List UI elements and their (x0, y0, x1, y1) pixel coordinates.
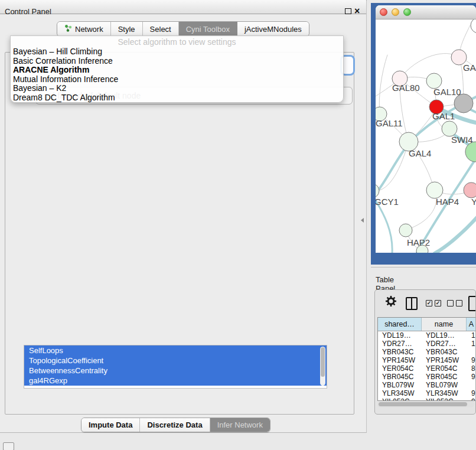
node-label: GAL1 (432, 111, 455, 121)
network-node-partial-top[interactable] (471, 19, 476, 33)
node-label: HAP2 (407, 237, 430, 247)
algorithm-option[interactable]: ARACNE Algorithm (11, 66, 343, 75)
checked-checkbox-icon[interactable]: ✓ (426, 300, 432, 306)
mac-close-icon[interactable] (380, 8, 387, 16)
node-label: GAL (463, 63, 476, 73)
gear-icon[interactable] (385, 295, 397, 309)
attr-items: SelfLoopsTopologicalCoefficientBetweenne… (24, 345, 327, 386)
table-row[interactable]: YLR345WYLR345W9. (378, 389, 476, 397)
close-icon[interactable]: × (354, 5, 360, 17)
table-cell[interactable]: YBL079W (378, 381, 422, 389)
algorithm-option[interactable]: Basic Correlation Inference (11, 57, 343, 66)
scrollbar-thumb[interactable] (379, 402, 467, 406)
table-cell[interactable]: YDR27… (378, 340, 422, 348)
tab-impute-label: Impute Data (89, 420, 132, 429)
table-cell[interactable]: 9. (467, 373, 476, 381)
table-cell[interactable]: YDL19… (378, 331, 422, 340)
table-cell[interactable] (467, 381, 476, 389)
panel-title: Control Panel (5, 7, 51, 16)
network-window-titlebar[interactable] (376, 5, 476, 19)
node-label: GCY1 (376, 197, 399, 207)
table-toolbar: ✓ ✓ (375, 290, 475, 316)
table-horizontal-scrollbar[interactable] (377, 401, 474, 407)
node-label: HAP4 (436, 197, 459, 207)
table-cell[interactable]: YPR145W (378, 356, 422, 364)
tab-discretize-label: Discretize Data (147, 420, 202, 429)
node-table: shared… name A YDL19…YDL19…13YDR27…YDR27… (377, 317, 476, 401)
algorithm-option[interactable]: Dream8 DC_TDC Algorithm (11, 93, 343, 103)
data-attribute-item-selected[interactable]: gal4RGexp (24, 376, 327, 386)
network-node-GCY1[interactable] (376, 184, 379, 198)
data-attribute-item-selected[interactable]: TopologicalCoefficient (24, 356, 327, 366)
tab-jactive-label: jActiveMNodules (244, 25, 302, 34)
mac-zoom-icon[interactable] (403, 8, 411, 16)
table-row[interactable]: YDL19…YDL19…13 (378, 331, 476, 340)
algorithm-option[interactable]: Bayesian – Hill Climbing (11, 47, 343, 57)
tab-style[interactable]: Style (111, 22, 143, 36)
tab-network[interactable]: Network (57, 22, 111, 36)
tab-cyni-toolbox[interactable]: Cyni Toolbox (179, 22, 237, 36)
table-row[interactable]: YBR045CYBR045C9. (378, 373, 476, 381)
column-header-shared[interactable]: shared… (378, 318, 422, 331)
tab-style-label: Style (118, 25, 135, 34)
tab-discretize-data[interactable]: Discretize Data (140, 418, 210, 432)
table-cell[interactable]: 9. (467, 356, 476, 364)
table-row[interactable]: YBR043CYBR043C (378, 348, 476, 356)
table-cell[interactable]: YER054C (422, 364, 467, 373)
table-cell[interactable]: YBR045C (378, 373, 422, 381)
table-cell[interactable]: YLR345W (422, 389, 467, 397)
network-node-HAP2[interactable] (399, 224, 412, 237)
unchecked-checkbox-icon[interactable] (447, 300, 454, 306)
network-window: GALGAL80GAL10GAL1GAL11SWI4GAL4GCY1HAP4YH… (376, 5, 476, 253)
table-cell[interactable]: YLR345W (378, 389, 422, 397)
data-attribute-item-selected[interactable]: BetweennessCentrality (24, 366, 327, 376)
float-window-icon[interactable] (345, 8, 351, 14)
table-cell[interactable]: YBL079W (422, 381, 467, 389)
table-cell[interactable]: YDR27… (422, 340, 467, 348)
table-row[interactable]: YBL079WYBL079W (378, 381, 476, 389)
list-scrollbar[interactable] (320, 347, 325, 386)
network-canvas[interactable]: GALGAL80GAL10GAL1GAL11SWI4GAL4GCY1HAP4YH… (376, 19, 476, 253)
table-cell[interactable]: YBR045C (422, 373, 467, 381)
table-cell[interactable]: 9. (467, 389, 476, 397)
table-row[interactable]: YDR27…YDR27…12 (378, 340, 476, 348)
document-icon[interactable] (468, 296, 476, 311)
network-node-HAP4[interactable] (426, 182, 443, 198)
table-cell[interactable]: 12 (467, 340, 476, 348)
network-edge (379, 55, 387, 114)
tab-infer-network[interactable]: Infer Network (210, 418, 270, 432)
table-cell[interactable]: YBR043C (422, 348, 467, 356)
tab-infer-label: Infer Network (217, 420, 263, 429)
table-cell[interactable] (467, 348, 476, 356)
network-edge (435, 214, 476, 253)
table-cell[interactable]: 13 (467, 331, 476, 340)
tab-select[interactable]: Select (143, 22, 179, 36)
data-attribute-item-selected[interactable]: SelfLoops (24, 345, 327, 356)
table-cell[interactable]: YDL19… (422, 331, 467, 340)
table-cell[interactable]: 8. (467, 364, 476, 373)
node-label: GAL4 (409, 148, 431, 158)
table-body: YDL19…YDL19…13YDR27…YDR27…12YBR043CYBR04… (378, 331, 476, 401)
column-header-name[interactable]: name (422, 318, 467, 331)
tab-jactivemnodules[interactable]: jActiveMNodules (237, 22, 309, 36)
table-cell[interactable]: YBR043C (378, 348, 422, 356)
table-row[interactable]: YPR145WYPR145W9. (378, 356, 476, 364)
tab-network-label: Network (75, 25, 103, 34)
checked-checkbox-icon[interactable]: ✓ (435, 300, 441, 306)
table-row[interactable]: YER054CYER054C8. (378, 364, 476, 373)
docked-panel-button[interactable] (3, 442, 14, 450)
tab-cyni-label: Cyni Toolbox (186, 25, 230, 34)
algorithm-option[interactable]: Mutual Information Inference (11, 75, 343, 84)
table-cell[interactable]: YPR145W (422, 356, 467, 364)
unchecked-checkbox-icon[interactable] (456, 300, 462, 306)
table-cell[interactable]: YER054C (378, 364, 422, 373)
network-node-pink-right[interactable] (464, 182, 476, 198)
splitter-handle-icon[interactable] (361, 218, 364, 223)
tab-impute-data[interactable]: Impute Data (81, 418, 140, 432)
algorithm-option[interactable]: Bayesian – K2 (11, 84, 343, 93)
show-columns-icon[interactable] (406, 297, 418, 310)
mac-minimize-icon[interactable] (392, 8, 399, 16)
table-panel-window: ✓ ✓ shared… name A YDL19…YDL19…13YDR27…Y… (374, 289, 476, 415)
control-panel-titlebar: Control Panel (0, 0, 366, 14)
column-header-a[interactable]: A (467, 318, 476, 331)
